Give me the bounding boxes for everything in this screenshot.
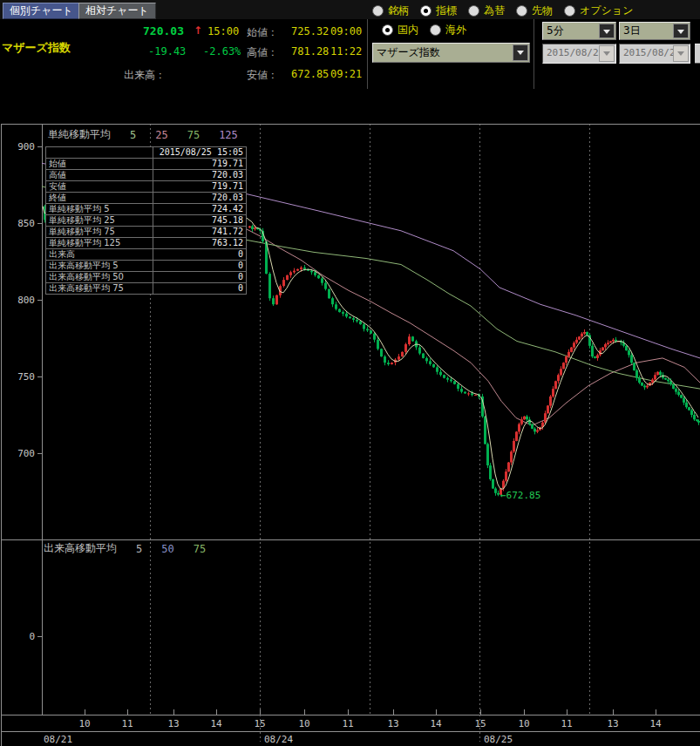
volume-label: 出来高： <box>124 68 166 83</box>
change-value: -19.43 <box>148 45 186 58</box>
table-cell-value: 0 <box>153 261 247 272</box>
y-tick-label: 750 <box>17 371 35 383</box>
market-radio-2[interactable]: 為替 <box>468 3 505 18</box>
table-cell-value: 0 <box>153 249 247 261</box>
open-value: 725.32 <box>291 25 329 37</box>
chevron-down-icon[interactable] <box>599 24 615 38</box>
radio-label: 銘柄 <box>388 3 409 18</box>
high-label: 高値： <box>247 45 278 60</box>
open-label: 始値： <box>247 25 278 40</box>
y-tick-label: 800 <box>17 295 35 306</box>
x-hour-label: 10 <box>78 718 90 729</box>
table-header-datetime: 2015/08/25 15:05 <box>153 147 247 159</box>
table-cell-value: 724.42 <box>153 204 247 215</box>
radio-icon[interactable] <box>468 5 479 17</box>
table-row: 単純移動平均 75741.72 <box>46 227 247 238</box>
volume-ma-legend: 出来高移動平均 55075 <box>44 541 206 556</box>
instrument-name: マザーズ指数 <box>2 40 71 56</box>
table-cell-label: 出来高移動平均 50 <box>46 272 153 283</box>
chevron-down-icon[interactable] <box>513 44 528 61</box>
radio-icon[interactable] <box>430 24 441 36</box>
x-hour-label: 11 <box>561 718 572 729</box>
x-hour-label: 14 <box>210 718 222 729</box>
y-tick-label: 700 <box>17 448 35 459</box>
market-radio-1[interactable]: 指標 <box>420 3 457 18</box>
y-tick-label: 850 <box>17 218 35 229</box>
table-row: 出来高移動平均 500 <box>46 272 247 283</box>
header-divider <box>367 19 368 89</box>
volume-ma-legend-items: 55075 <box>117 543 206 555</box>
table-row: 高値720.03 <box>46 170 247 181</box>
symbol-select[interactable]: マザーズ指数 <box>372 43 530 63</box>
volume-ma-legend-title: 出来高移動平均 <box>44 541 117 556</box>
tab-relative-chart[interactable]: 相対チャート <box>78 3 156 19</box>
y-tick-label: 900 <box>17 141 35 153</box>
legend-item: 50 <box>161 543 173 555</box>
chevron-down-icon <box>599 45 615 62</box>
table-row: 単純移動平均 125763.12 <box>46 238 247 249</box>
high-value: 781.28 <box>291 45 329 58</box>
table-cell-label: 安値 <box>46 181 153 193</box>
radio-icon[interactable] <box>420 5 432 17</box>
table-cell-value: 741.72 <box>153 227 247 238</box>
symbol-select-value: マザーズ指数 <box>377 45 440 60</box>
market-category-radios: 銘柄指標為替先物オプション <box>372 3 633 18</box>
radio-icon[interactable] <box>564 5 575 17</box>
table-cell-label: 出来高 <box>46 249 153 261</box>
radio-icon[interactable] <box>516 5 527 17</box>
interval-select-value: 5分 <box>547 24 564 38</box>
table-cell-label: 高値 <box>46 170 153 181</box>
radio-label: 先物 <box>532 3 553 18</box>
table-cell-value: 719.71 <box>153 181 247 193</box>
table-row: 出来高移動平均 750 <box>46 283 247 295</box>
open-time: 09:00 <box>330 25 362 37</box>
x-hour-label: 14 <box>430 718 442 729</box>
volume-zero-label: 0 <box>29 631 35 642</box>
table-row: 出来高0 <box>46 249 247 261</box>
interval-select[interactable]: 5分 <box>542 22 616 40</box>
table-row: 単純移動平均 25745.18 <box>46 215 247 227</box>
ohlc-info-table: 2015/08/25 15:05始値719.71高値720.03安値719.71… <box>45 146 247 295</box>
chart-application: 個別チャート 相対チャート マザーズ指数 720.03 ↑ 15:00 始値： … <box>0 0 700 746</box>
price-direction-up-icon: ↑ <box>194 24 202 37</box>
low-time: 09:21 <box>330 68 362 80</box>
market-radio-0[interactable]: 銘柄 <box>372 3 409 18</box>
table-cell-value: 719.71 <box>153 159 247 170</box>
radio-icon[interactable] <box>372 5 384 17</box>
chevron-down-icon[interactable] <box>673 24 689 38</box>
period-select[interactable]: 3日 <box>619 22 690 40</box>
x-hour-label: 13 <box>387 718 398 729</box>
table-row: 安値719.71 <box>46 181 247 193</box>
legend-item: 75 <box>187 129 200 141</box>
table-cell-value: 720.03 <box>153 170 247 181</box>
legend-item: 25 <box>155 129 167 141</box>
low-price-annotation: ←672.85 <box>500 490 540 501</box>
radio-label: 為替 <box>484 3 505 18</box>
table-row: 終値720.03 <box>46 193 247 204</box>
table-cell-value: 720.03 <box>153 193 247 204</box>
table-cell-value: 763.12 <box>153 238 247 249</box>
date-from-value: 2015/08/23 <box>547 47 604 58</box>
tab-individual-chart[interactable]: 個別チャート <box>3 3 80 19</box>
date-to-select[interactable]: 2015/08/25 <box>619 44 690 64</box>
radio-label: 海外 <box>445 23 466 37</box>
x-date-label: 08/21 <box>44 734 72 745</box>
clipped-control <box>695 44 700 64</box>
market-radio-3[interactable]: 先物 <box>516 3 553 18</box>
x-hour-label: 10 <box>298 718 309 729</box>
date-from-select[interactable]: 2015/08/23 <box>542 44 616 64</box>
legend-item: 75 <box>194 543 206 555</box>
table-cell-label: 出来高移動平均 75 <box>46 283 153 295</box>
low-label: 安値： <box>247 68 278 83</box>
legend-item: 5 <box>136 543 142 555</box>
table-cell-label: 出来高移動平均 5 <box>46 261 153 272</box>
table-cell-value: 0 <box>153 272 247 283</box>
radio-icon[interactable] <box>382 24 393 36</box>
table-row: 単純移動平均 5724.42 <box>46 204 247 215</box>
market-radio-4[interactable]: オプション <box>564 3 633 18</box>
region-radio-0[interactable]: 国内 <box>382 23 418 37</box>
radio-label: 指標 <box>436 3 457 18</box>
radio-label: オプション <box>580 3 633 18</box>
region-radio-1[interactable]: 海外 <box>430 23 466 37</box>
x-date-label: 08/24 <box>264 734 293 745</box>
